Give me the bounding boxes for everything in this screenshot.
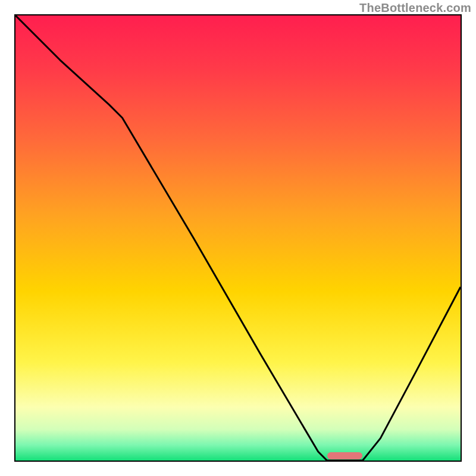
background-gradient <box>15 15 461 461</box>
optimal-range-marker <box>327 452 363 459</box>
watermark-text: TheBottleneck.com <box>359 1 471 15</box>
svg-rect-0 <box>15 15 461 461</box>
plot-area <box>14 14 462 462</box>
chart-frame: TheBottleneck.com <box>0 0 476 476</box>
